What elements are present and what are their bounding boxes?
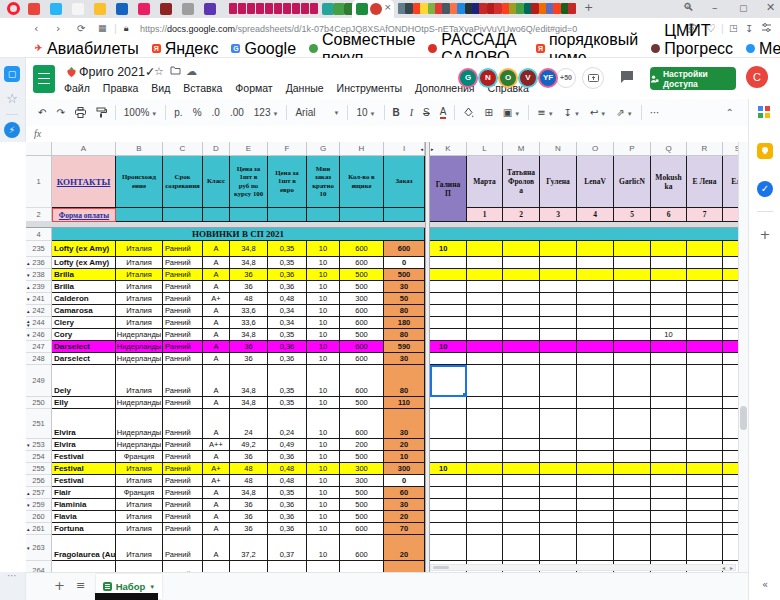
cell[interactable] — [577, 463, 614, 475]
col-header-F[interactable]: F — [268, 142, 307, 156]
cell[interactable] — [614, 409, 651, 439]
cell[interactable] — [467, 397, 503, 409]
cell[interactable] — [467, 281, 503, 293]
cell[interactable]: A — [203, 305, 230, 317]
cell[interactable]: Нидерланды — [116, 397, 163, 409]
cell[interactable] — [430, 499, 467, 511]
font-select[interactable]: Arial▼ — [295, 107, 339, 118]
cell[interactable]: A — [203, 487, 230, 499]
cell[interactable]: 36 — [230, 451, 268, 463]
cell[interactable]: 0,35 — [268, 397, 307, 409]
cell[interactable]: A — [203, 397, 230, 409]
cell[interactable] — [467, 511, 503, 523]
active-tab[interactable]: × — [352, 0, 394, 18]
cell[interactable] — [430, 397, 467, 409]
browser-tab[interactable] — [420, 3, 428, 14]
cell[interactable] — [723, 499, 738, 511]
menu-Данные[interactable]: Данные — [286, 82, 324, 94]
cell-name[interactable]: Elly — [52, 397, 116, 409]
cell[interactable]: 10 — [307, 305, 340, 317]
browser-tab[interactable] — [28, 3, 40, 15]
cell[interactable]: 48 — [230, 475, 268, 487]
cell[interactable]: 590 — [384, 341, 425, 353]
cell[interactable] — [430, 317, 467, 329]
cell[interactable] — [503, 341, 540, 353]
cell[interactable]: 48 — [230, 561, 268, 572]
cell[interactable] — [430, 257, 467, 269]
cell-name[interactable]: Cory — [52, 329, 116, 341]
cell[interactable]: 0,36 — [268, 281, 307, 293]
cell[interactable]: 10 — [307, 397, 340, 409]
scroll-right-icon[interactable]: ▸ — [730, 564, 733, 571]
cell[interactable]: Италия — [116, 269, 163, 281]
cell[interactable]: 10 — [307, 241, 340, 257]
row-header-254[interactable]: 254 — [26, 451, 52, 463]
col-header-C[interactable]: C — [163, 142, 203, 156]
cell[interactable]: Ранний — [163, 499, 203, 511]
col-header-S[interactable]: S — [723, 142, 738, 156]
cell-name[interactable]: Darselect — [52, 353, 116, 365]
browser-tab[interactable] — [568, 3, 576, 14]
row-header-251[interactable]: 251 — [26, 409, 52, 439]
cell[interactable] — [503, 499, 540, 511]
cell[interactable]: 0,34 — [268, 305, 307, 317]
cell[interactable]: Нидерланды — [116, 341, 163, 353]
cell[interactable]: 34,8 — [230, 329, 268, 341]
cell[interactable] — [540, 511, 577, 523]
cell[interactable] — [723, 463, 738, 475]
more-collaborators-badge[interactable]: +50 — [556, 68, 576, 88]
cell[interactable] — [723, 511, 738, 523]
print-icon[interactable] — [75, 107, 86, 118]
bookmark-item[interactable]: ЯЯндекс — [152, 40, 219, 58]
browser-tab[interactable] — [50, 3, 62, 15]
cell[interactable] — [503, 487, 540, 499]
cell-name[interactable]: Clery — [52, 317, 116, 329]
cell[interactable] — [614, 269, 651, 281]
col-header-O[interactable]: O — [577, 142, 614, 156]
back-icon[interactable]: ‹ — [34, 22, 38, 35]
cell[interactable] — [614, 281, 651, 293]
cell[interactable]: Ранний — [163, 523, 203, 535]
add-sheet-icon[interactable]: + — [54, 578, 65, 593]
cell[interactable] — [614, 293, 651, 305]
cell[interactable]: 500 — [340, 451, 384, 463]
cell[interactable] — [651, 463, 687, 475]
star-icon[interactable]: ☆ — [154, 65, 164, 78]
cell[interactable] — [467, 499, 503, 511]
currency-format-button[interactable]: р. — [174, 107, 182, 118]
cell[interactable]: 10 — [307, 561, 340, 572]
cell[interactable] — [723, 329, 738, 341]
header-cell[interactable]: Е Лена — [687, 156, 723, 208]
cell[interactable]: 48 — [230, 463, 268, 475]
cell[interactable] — [723, 409, 738, 439]
browser-tab[interactable] — [274, 3, 282, 14]
cell[interactable] — [540, 305, 577, 317]
cell[interactable] — [687, 353, 723, 365]
cell[interactable]: Франция — [116, 487, 163, 499]
cell[interactable] — [723, 305, 738, 317]
cell[interactable] — [467, 365, 503, 397]
cell[interactable] — [503, 397, 540, 409]
cell[interactable] — [687, 341, 723, 353]
cell[interactable]: 10 — [430, 241, 467, 257]
cell[interactable] — [614, 439, 651, 451]
row-header-236[interactable]: 236▴ — [26, 257, 52, 269]
cell[interactable] — [577, 475, 614, 487]
cell[interactable] — [540, 241, 577, 257]
menu-Инструменты[interactable]: Инструменты — [337, 82, 402, 94]
cell[interactable] — [687, 475, 723, 487]
cell[interactable]: Нидерланды — [116, 353, 163, 365]
corner-box[interactable] — [26, 142, 52, 156]
cell[interactable] — [687, 269, 723, 281]
close-window-icon[interactable]: ✕ — [766, 1, 775, 14]
addon-grid-icon[interactable] — [757, 105, 773, 121]
cell[interactable]: A — [203, 317, 230, 329]
cell[interactable]: A — [203, 535, 230, 561]
cell[interactable]: 350 — [340, 561, 384, 572]
cell[interactable] — [503, 511, 540, 523]
cell[interactable]: A — [203, 341, 230, 353]
cell[interactable]: 10 — [307, 341, 340, 353]
cell[interactable] — [614, 511, 651, 523]
collapse-toolbar-icon[interactable]: ⌃ — [726, 107, 734, 118]
cell[interactable]: A+ — [203, 561, 230, 572]
